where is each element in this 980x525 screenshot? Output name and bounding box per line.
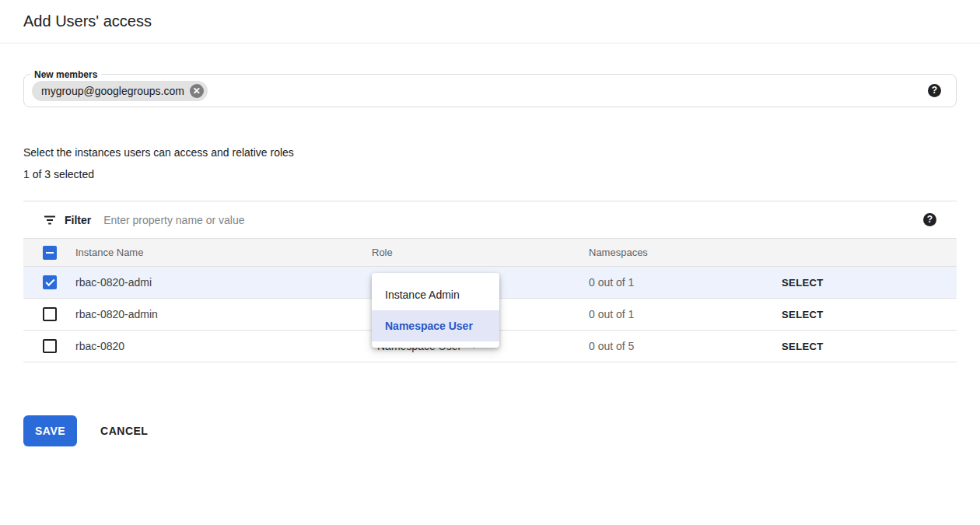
cancel-button[interactable]: CANCEL bbox=[100, 425, 148, 437]
new-members-field[interactable]: New members mygroup@googlegroups.com ✕ ? bbox=[23, 74, 957, 107]
role-dropdown-menu: Instance Admin Namespace User bbox=[372, 273, 499, 348]
row-checkbox[interactable] bbox=[43, 275, 57, 289]
column-header-namespaces: Namespaces bbox=[589, 247, 782, 258]
filter-input[interactable] bbox=[103, 214, 915, 226]
role-option-namespace-user[interactable]: Namespace User bbox=[372, 310, 499, 341]
instances-table: Filter ? Instance Name Role Namespaces r… bbox=[23, 201, 957, 362]
new-members-label: New members bbox=[30, 69, 101, 80]
member-chip-text: mygroup@googlegroups.com bbox=[41, 85, 184, 97]
add-users-access-page: { "colors": { "accent": "#2b6bd9", "row-… bbox=[0, 0, 980, 525]
filter-help-icon[interactable]: ? bbox=[923, 213, 936, 226]
page-title: Add Users' access bbox=[0, 0, 980, 30]
namespaces-count: 0 out of 1 bbox=[589, 276, 782, 289]
namespaces-count: 0 out of 5 bbox=[589, 340, 782, 352]
instance-name: rbac-0820-admi bbox=[75, 276, 372, 289]
column-header-role: Role bbox=[372, 247, 589, 258]
select-namespaces-button[interactable]: SELECT bbox=[782, 309, 824, 320]
filter-bar: Filter ? bbox=[23, 201, 957, 239]
instance-name: rbac-0820-admin bbox=[75, 308, 372, 320]
row-checkbox[interactable] bbox=[43, 339, 57, 353]
column-header-instance-name: Instance Name bbox=[75, 247, 372, 258]
role-option-instance-admin[interactable]: Instance Admin bbox=[372, 279, 499, 310]
instructions-text: Select the instances users can access an… bbox=[23, 146, 957, 159]
dialog-actions: SAVE CANCEL bbox=[23, 415, 957, 446]
row-checkbox[interactable] bbox=[43, 307, 57, 321]
table-header-row: Instance Name Role Namespaces bbox=[23, 239, 957, 267]
select-all-checkbox[interactable] bbox=[43, 246, 57, 260]
chip-remove-icon[interactable]: ✕ bbox=[190, 84, 204, 98]
filter-label: Filter bbox=[65, 214, 91, 226]
filter-icon bbox=[43, 213, 57, 227]
members-help-icon[interactable]: ? bbox=[928, 84, 941, 97]
header-divider bbox=[0, 43, 980, 44]
instance-name: rbac-0820 bbox=[75, 340, 372, 352]
select-namespaces-button[interactable]: SELECT bbox=[782, 277, 824, 289]
namespaces-count: 0 out of 1 bbox=[589, 308, 782, 320]
member-chip: mygroup@googlegroups.com ✕ bbox=[32, 81, 208, 101]
save-button[interactable]: SAVE bbox=[23, 415, 77, 446]
select-namespaces-button[interactable]: SELECT bbox=[782, 341, 824, 352]
selection-count: 1 of 3 selected bbox=[23, 168, 957, 180]
